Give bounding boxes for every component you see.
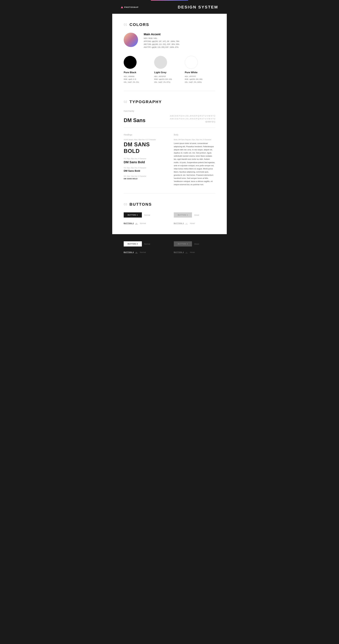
button-3-hover[interactable]: BUTTON 3 xyxy=(174,241,192,246)
button-1-normal[interactable]: BUTTON 1 xyxy=(124,212,142,218)
section-header-colors: 01 COLORS xyxy=(124,22,215,27)
swatch-rgb-grey: RGB : rgb(223, 223, 223) xyxy=(154,78,185,81)
main-content: 01 COLORS Main Accent HEX / RGB / HSL : … xyxy=(112,14,227,234)
body-label: Body xyxy=(174,134,215,136)
swatch-name-grey: Light Grey xyxy=(154,71,185,74)
button-3-hover-group: BUTTON 3 Hover xyxy=(174,241,215,246)
section-title-buttons: BUTTONS xyxy=(129,202,152,207)
swatch-hsl-white: HSL : hsl(0°, 0%, 100%) xyxy=(185,81,215,84)
h1-specimen: DM SANS BOLD xyxy=(124,141,165,154)
section-header-buttons: 03 BUTTONS xyxy=(124,202,215,207)
button-4-normal[interactable]: BUTTON 4 → xyxy=(124,250,138,254)
button-3-normal[interactable]: BUTTON 3 xyxy=(124,241,142,246)
button-1-hover-group: BUTTON 1 Hover xyxy=(174,212,215,218)
swatch-hsl-black: HSL : hsl(0°, 0%, 0%) xyxy=(124,81,154,84)
body-meta: Body; DM Sans Regular; 15px; 25px line; … xyxy=(174,139,215,140)
h3-specimen: DM Sans Bold xyxy=(124,170,165,172)
divider-1 xyxy=(124,91,215,91)
swatch-name-black: Pure Black xyxy=(124,71,154,74)
swatch-hsl-grey: HSL : hsl(0°, 0%, 87%) xyxy=(154,81,185,84)
h4-meta: H4; 12px; 16px line; 2 Character xyxy=(124,175,165,177)
accent-line3: #5A77FF, rgb(90, 119, 255) 229°, 100%, 6… xyxy=(144,46,179,49)
dark-section: BUTTON 3 Normal BUTTON 3 Hover BUTTON 4 … xyxy=(112,234,227,262)
alphabet-display: A B C D E F G H I J K L M N O P Q R S T … xyxy=(169,114,215,124)
h3-meta: H3; 18px; 25px line; 0 Character xyxy=(124,167,165,169)
colors-section: 01 COLORS Main Accent HEX / RGB / HSL : … xyxy=(124,22,215,84)
button-4-hover[interactable]: BUTTON 4 → xyxy=(174,250,188,254)
button-1-normal-group: BUTTON 1 Normal xyxy=(124,212,165,218)
section-number-colors: 01 xyxy=(124,23,127,26)
gradient-circle xyxy=(124,33,138,47)
button-1-hover-label: Hover xyxy=(194,214,199,216)
body-text: Lorem ipsum dolor sit amet, consectetuer… xyxy=(174,142,215,186)
section-number-typography: 02 xyxy=(124,100,127,104)
arrow-right-dark-hover-icon: → xyxy=(185,251,188,253)
accent-info: Main Accent HEX / RGB / HSL : #FFC593, r… xyxy=(144,33,179,49)
button-1-hover[interactable]: BUTTON 1 xyxy=(174,212,192,218)
logo-triangle-icon xyxy=(121,6,123,8)
button-4-hover-group: BUTTON 4 → Hover xyxy=(174,250,215,254)
button-2-hover-label: BUTTON 2 xyxy=(174,222,184,224)
button-rows: BUTTON 1 Normal BUTTON 1 Hover BUTTON 2 … xyxy=(124,212,215,226)
button-2-normal[interactable]: BUTTON 2 → xyxy=(124,221,138,226)
accent-name: Main Accent xyxy=(144,33,179,36)
button-3-normal-group: BUTTON 3 Normal xyxy=(124,241,165,246)
swatch-values-black: HEX : #000000 RGB : rgb(0, 0, 0) HSL : h… xyxy=(124,75,154,84)
button-row-2: BUTTON 2 → Normal BUTTON 2 → Hover xyxy=(124,221,215,226)
font-name-display: DM Sans xyxy=(124,117,145,124)
headings-label: Headings xyxy=(124,134,165,136)
divider-2 xyxy=(124,193,215,194)
font-family-label: Font Family xyxy=(124,110,215,112)
button-2-normal-state: Normal xyxy=(140,222,146,224)
swatch-values-grey: HEX : #DFDFDF RGB : rgb(223, 223, 223) H… xyxy=(154,75,185,84)
section-number-buttons: 03 xyxy=(124,202,127,206)
accent-color-values: #FFC593, rgb(255, 197, 147), 28°, 100%, … xyxy=(144,40,179,49)
button-2-hover-group: BUTTON 2 → Hover xyxy=(174,221,215,226)
button-4-normal-state: Normal xyxy=(140,251,146,253)
accent-line1: #FFC593, rgb(255, 197, 147), 28°, 100%, … xyxy=(144,40,179,43)
button-3-normal-state: Normal xyxy=(144,243,150,245)
arrow-right-hover-icon: → xyxy=(185,222,188,224)
swatch-rgb-black: RGB : rgb(0, 0, 0) xyxy=(124,78,154,81)
color-swatches: Pure Black HEX : #000000 RGB : rgb(0, 0,… xyxy=(124,56,215,84)
page-title: DESIGN SYSTEM xyxy=(178,5,218,10)
main-accent-area: Main Accent HEX / RGB / HSL : #FFC593, r… xyxy=(124,33,215,49)
button-4-normal-group: BUTTON 4 → Normal xyxy=(124,250,165,254)
swatch-hex-grey: HEX : #DFDFDF xyxy=(154,75,185,78)
swatch-circle-black xyxy=(124,56,137,69)
button-2-hover[interactable]: BUTTON 2 → xyxy=(174,221,188,226)
section-title-typography: TYPOGRAPHY xyxy=(129,100,162,104)
dark-button-row-1: BUTTON 3 Normal BUTTON 3 Hover xyxy=(124,241,215,246)
swatch-pure-black: Pure Black HEX : #000000 RGB : rgb(0, 0,… xyxy=(124,56,154,84)
buttons-section: 03 BUTTONS BUTTON 1 Normal BUTTON 1 Hove… xyxy=(124,202,215,226)
swatch-rgb-white: RGB : rgb(255, 255, 255) xyxy=(185,78,215,81)
accent-line2: #BC7198, rgb(188, 113, 152), 329°, 36%, … xyxy=(144,43,179,46)
button-4-hover-state: Hover xyxy=(190,251,195,253)
section-title-colors: COLORS xyxy=(129,22,149,27)
swatch-name-white: Pure White xyxy=(185,71,215,74)
swatch-hex-white: HEX : #FFFFFF xyxy=(185,75,215,78)
swatch-values-white: HEX : #FFFFFF RGB : rgb(255, 255, 255) H… xyxy=(185,75,215,84)
type-specimens: Headings H1/H2 (large); 40px; 48px line;… xyxy=(124,134,215,186)
dark-button-rows: BUTTON 3 Normal BUTTON 3 Hover BUTTON 4 … xyxy=(124,241,215,254)
button-2-hover-state: Hover xyxy=(190,222,195,224)
button-row-1: BUTTON 1 Normal BUTTON 1 Hover xyxy=(124,212,215,218)
header: PHOTOSNAP DESIGN SYSTEM xyxy=(112,0,227,14)
button-1-normal-label: Normal xyxy=(144,214,150,216)
button-3-hover-state: Hover xyxy=(194,243,199,245)
swatch-hex-black: HEX : #000000 xyxy=(124,75,154,78)
headings-col: Headings H1/H2 (large); 40px; 48px line;… xyxy=(124,134,165,186)
swatch-circle-grey xyxy=(154,56,167,69)
h4-specimen: DM SANS BOLD xyxy=(124,178,165,180)
logo-area: PHOTOSNAP xyxy=(121,6,139,8)
arrow-right-icon: → xyxy=(135,222,138,224)
h2-meta: H2; 24px; 25px line; 0 Character xyxy=(124,158,165,160)
swatch-circle-white xyxy=(185,56,198,69)
button-4-normal-label: BUTTON 4 xyxy=(124,251,134,253)
logo-text: PHOTOSNAP xyxy=(124,6,139,8)
dark-button-row-2: BUTTON 4 → Normal BUTTON 4 → Hover xyxy=(124,250,215,254)
font-display-row: DM Sans A B C D E F G H I J K L M N O P … xyxy=(124,114,215,128)
body-col: Body Body; DM Sans Regular; 15px; 25px l… xyxy=(174,134,215,186)
swatch-light-grey: Light Grey HEX : #DFDFDF RGB : rgb(223, … xyxy=(154,56,185,84)
arrow-right-dark-icon: → xyxy=(135,251,138,253)
